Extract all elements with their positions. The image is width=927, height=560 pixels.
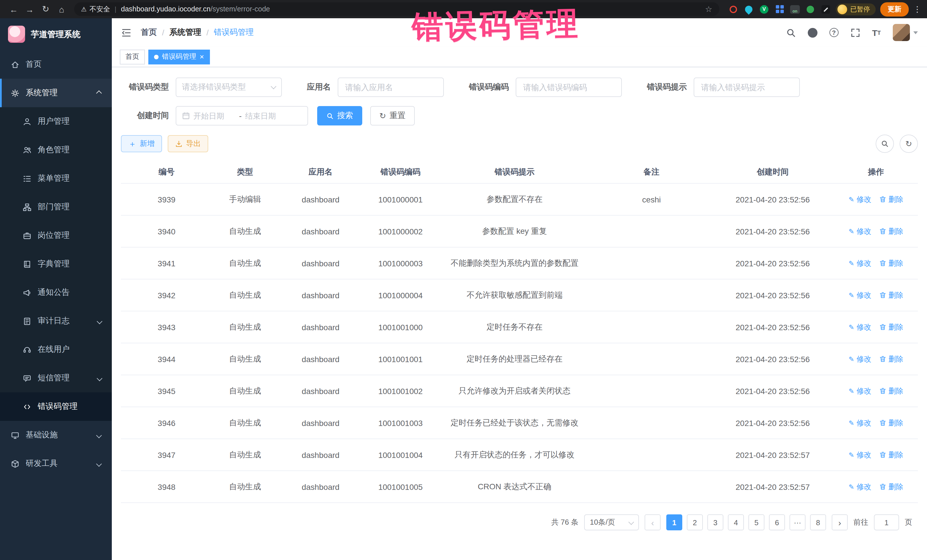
sidebar-item-6[interactable]: 通知公告 <box>0 278 112 307</box>
edit-link[interactable]: ✎修改 <box>849 322 871 332</box>
sidebar-item-label: 通知公告 <box>38 287 70 298</box>
sidebar-item-7[interactable]: 审计日志 <box>0 307 112 335</box>
sidebar-item-2[interactable]: 菜单管理 <box>0 164 112 193</box>
sidebar-item-4[interactable]: 岗位管理 <box>0 221 112 250</box>
tab-home[interactable]: 首页 <box>120 49 145 64</box>
profile-paused-chip[interactable]: 已暂停 <box>836 3 876 15</box>
fullscreen-icon[interactable] <box>850 28 860 37</box>
sidebar-group-devtools[interactable]: 研发工具 <box>0 449 112 478</box>
chevron-up-icon <box>96 90 102 96</box>
sidebar-group-system[interactable]: 系统管理 <box>0 79 112 107</box>
bookmark-star-icon[interactable]: ☆ <box>705 5 712 14</box>
address-bar[interactable]: ⚠ 不安全 | dashboard.yudao.iocoder.cn /syst… <box>74 2 719 16</box>
extension-leaf-icon[interactable] <box>805 4 816 14</box>
page-button-3[interactable]: 3 <box>707 514 723 530</box>
search-button[interactable]: 搜索 <box>317 106 362 126</box>
delete-link[interactable]: 删除 <box>879 258 903 268</box>
add-button[interactable]: ＋ 新增 <box>121 135 162 152</box>
export-button[interactable]: 导出 <box>168 135 208 152</box>
sidebar-item-10[interactable]: 错误码管理 <box>0 392 112 421</box>
reset-icon: ↻ <box>379 112 386 120</box>
sidebar-item-0[interactable]: 用户管理 <box>0 107 112 136</box>
page-button-6[interactable]: 6 <box>769 514 785 530</box>
edit-link[interactable]: ✎修改 <box>849 386 871 396</box>
cell-type: 手动编辑 <box>212 194 278 205</box>
goto-page-input[interactable] <box>874 514 899 530</box>
extension-grid-icon[interactable] <box>774 4 785 14</box>
page-button-5[interactable]: 5 <box>748 514 764 530</box>
user-menu[interactable] <box>893 24 918 41</box>
update-button[interactable]: 更新 <box>880 2 909 16</box>
sidebar-item-label: 首页 <box>26 59 42 70</box>
breadcrumb-system[interactable]: 系统管理 <box>169 27 201 38</box>
help-icon[interactable]: ? <box>829 28 838 37</box>
edit-link[interactable]: ✎修改 <box>849 482 871 492</box>
error-type-select[interactable]: 请选择错误码类型 <box>176 77 282 97</box>
search-icon[interactable] <box>786 28 795 37</box>
edit-link[interactable]: ✎修改 <box>849 290 871 300</box>
sidebar-item-9[interactable]: 短信管理 <box>0 364 112 392</box>
delete-link[interactable]: 删除 <box>879 386 903 396</box>
delete-link[interactable]: 删除 <box>879 482 903 492</box>
delete-link[interactable]: 删除 <box>879 418 903 428</box>
page-button-8[interactable]: 8 <box>810 514 826 530</box>
close-icon[interactable]: × <box>200 53 204 61</box>
page-button-2[interactable]: 2 <box>687 514 703 530</box>
date-range-picker[interactable]: - <box>176 106 308 126</box>
toolbar-refresh-button[interactable]: ↻ <box>900 135 918 153</box>
sidebar-group-infra[interactable]: 基础设施 <box>0 421 112 449</box>
extension-red-icon[interactable] <box>728 4 739 14</box>
sidebar-item-home[interactable]: 首页 <box>0 50 112 79</box>
edit-link[interactable]: ✎修改 <box>849 194 871 205</box>
sidebar-item-5[interactable]: 字典管理 <box>0 250 112 278</box>
browser-menu-icon[interactable]: ⋮ <box>913 5 921 14</box>
sidebar: 芋道管理系统 首页 系统管理 用户管理角色管理菜单管理部门管理岗位管理字典管理通… <box>0 18 112 560</box>
breadcrumb-home[interactable]: 首页 <box>141 27 157 38</box>
edit-link[interactable]: ✎修改 <box>849 450 871 460</box>
page-more-button[interactable]: ··· <box>790 514 805 530</box>
github-icon[interactable] <box>807 28 817 37</box>
toolbar-search-button[interactable] <box>876 135 894 153</box>
extension-on-icon[interactable]: on <box>790 4 800 14</box>
top-navbar: 首页 / 系统管理 / 错误码管理 ? TT <box>112 18 927 47</box>
chevron-down-icon <box>97 318 102 324</box>
start-date-input[interactable] <box>193 111 236 120</box>
select-placeholder: 请选择错误码类型 <box>182 82 246 93</box>
delete-link[interactable]: 删除 <box>879 354 903 364</box>
page-button-4[interactable]: 4 <box>728 514 744 530</box>
prev-page-button[interactable]: ‹ <box>644 514 661 530</box>
delete-link[interactable]: 删除 <box>879 322 903 332</box>
edit-link[interactable]: ✎修改 <box>849 258 871 268</box>
extension-pin-icon[interactable] <box>821 4 831 14</box>
page-size-select[interactable]: 10条/页 <box>584 514 639 530</box>
forward-icon[interactable]: → <box>22 2 38 16</box>
sidebar-item-8[interactable]: 在线用户 <box>0 335 112 364</box>
cell-id: 3946 <box>121 418 212 427</box>
page-button-1[interactable]: 1 <box>666 514 682 530</box>
refresh-icon[interactable]: ↻ <box>38 2 54 16</box>
sidebar-toggle-icon[interactable] <box>121 27 132 38</box>
error-code-input[interactable] <box>516 77 622 97</box>
next-page-button[interactable]: › <box>832 514 848 530</box>
back-icon[interactable]: ← <box>6 2 22 16</box>
home-icon[interactable]: ⌂ <box>54 2 70 16</box>
reset-button[interactable]: ↻ 重置 <box>370 106 415 126</box>
extension-drop-icon[interactable] <box>744 4 754 14</box>
extension-green-v-icon[interactable]: V <box>759 4 769 14</box>
tab-error-code[interactable]: 错误码管理 × <box>148 49 210 64</box>
app-name-input[interactable] <box>338 77 444 97</box>
delete-link[interactable]: 删除 <box>879 290 903 300</box>
sidebar-item-1[interactable]: 角色管理 <box>0 136 112 164</box>
delete-link[interactable]: 删除 <box>879 450 903 460</box>
font-size-icon[interactable]: TT <box>872 28 881 37</box>
column-header: 操作 <box>834 167 918 177</box>
delete-link[interactable]: 删除 <box>879 226 903 237</box>
delete-link[interactable]: 删除 <box>879 194 903 205</box>
edit-link[interactable]: ✎修改 <box>849 418 871 428</box>
edit-link[interactable]: ✎修改 <box>849 354 871 364</box>
error-hint-input[interactable] <box>694 77 800 97</box>
edit-link[interactable]: ✎修改 <box>849 226 871 237</box>
trash-icon <box>879 483 886 490</box>
sidebar-item-3[interactable]: 部门管理 <box>0 193 112 221</box>
end-date-input[interactable] <box>245 111 287 120</box>
